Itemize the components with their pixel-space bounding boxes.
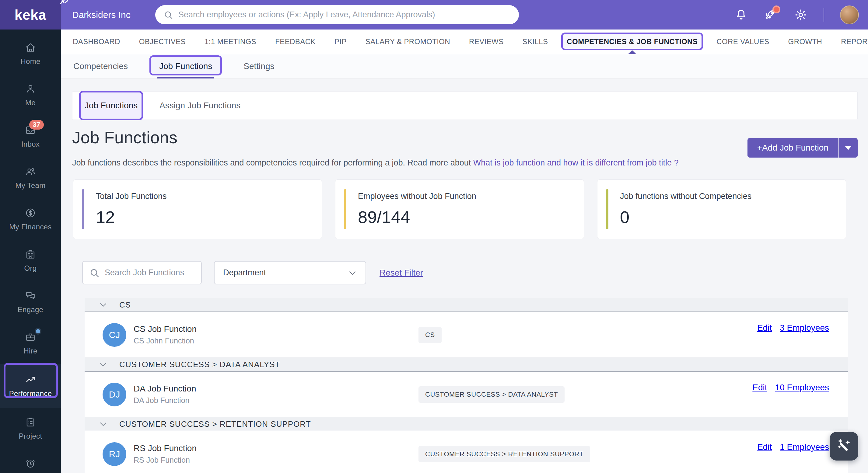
user-avatar[interactable] xyxy=(840,5,859,24)
filter-bar: Search Job Functions Department Reset Fi… xyxy=(82,261,423,284)
employees-link[interactable]: 1 Employees xyxy=(780,442,829,452)
nav-tab-competencies-job-functions[interactable]: COMPETENCIES & JOB FUNCTIONS xyxy=(566,35,698,48)
inbox-count-badge: 37 xyxy=(29,120,44,130)
company-name[interactable]: Darksiders Inc xyxy=(72,10,130,20)
nav-tab-dashboard[interactable]: DASHBOARD xyxy=(72,35,121,48)
sub-tab-settings[interactable]: Settings xyxy=(242,58,275,74)
job-function-title[interactable]: CS Job Function xyxy=(134,324,196,334)
app-root: keka Darksiders Inc Search employees or … xyxy=(0,0,868,473)
nav-tab-label: COMPETENCIES & JOB FUNCTIONS xyxy=(567,37,698,46)
nav-tab-label: 1:1 MEETINGS xyxy=(205,37,256,46)
department-filter-select[interactable]: Department xyxy=(214,261,366,284)
job-functions-table: CS CJ CS Job Function CS John Function C… xyxy=(85,298,848,473)
sidebar-item-performance[interactable]: Performance xyxy=(0,364,61,408)
group-header-customer-success-data-analyst[interactable]: CUSTOMER SUCCESS > DATA ANALYST xyxy=(85,358,848,372)
department-tag: CS xyxy=(418,327,442,343)
performance-icon xyxy=(25,374,36,386)
chevron-down-icon xyxy=(99,360,108,369)
sidebar-item-label: Engage xyxy=(18,305,43,314)
performance-nav-tabs: DASHBOARD OBJECTIVES 1:1 MEETINGS FEEDBA… xyxy=(61,30,868,54)
page-description-text: Job functions describes the responsibili… xyxy=(72,158,471,167)
sidebar-item-label: Home xyxy=(21,57,40,66)
search-icon xyxy=(89,267,100,278)
inner-tab-job-functions[interactable]: Job Functions xyxy=(80,92,143,120)
settings-gear-icon[interactable] xyxy=(794,8,808,22)
group-header-customer-success-retention-support[interactable]: CUSTOMER SUCCESS > RETENTION SUPPORT xyxy=(85,417,848,431)
add-job-function-split-button: +Add Job Function xyxy=(747,138,858,158)
nav-tab-core-values[interactable]: CORE VALUES xyxy=(716,35,770,48)
edit-link[interactable]: Edit xyxy=(757,323,772,333)
search-icon xyxy=(163,10,174,20)
sidebar-item-project[interactable]: Project xyxy=(0,408,61,449)
nav-tab-label: PIP xyxy=(335,37,347,46)
nav-tab-salary-promotion[interactable]: SALARY & PROMOTION xyxy=(365,35,451,48)
sidebar-item-engage[interactable]: Engage xyxy=(0,281,61,323)
keka-logo[interactable]: keka xyxy=(0,0,61,30)
nav-tab-label: SALARY & PROMOTION xyxy=(366,37,450,46)
nav-tab-growth[interactable]: GROWTH xyxy=(788,35,823,48)
sub-tab-competencies[interactable]: Competencies xyxy=(72,58,129,74)
nav-tab-label: GROWTH xyxy=(788,37,823,46)
job-function-subtitle: RS Job Function xyxy=(134,455,196,465)
job-function-subtitle: CS John Function xyxy=(134,336,196,345)
sidebar-item-home[interactable]: Home xyxy=(0,33,61,74)
sidebar-item-time-attend[interactable]: Time Attend xyxy=(0,449,61,473)
group-header-cs[interactable]: CS xyxy=(85,298,848,312)
team-icon xyxy=(25,166,36,178)
main-sidebar: Home Me 37 Inbox My Team My F xyxy=(0,30,61,473)
sub-tab-job-functions[interactable]: Job Functions xyxy=(158,58,213,74)
nav-tab-1-1-meetings[interactable]: 1:1 MEETINGS xyxy=(204,35,257,48)
employees-link[interactable]: 10 Employees xyxy=(775,383,829,393)
sidebar-item-hire[interactable]: Hire xyxy=(0,323,61,364)
sidebar-item-label: My Finances xyxy=(9,223,52,231)
job-function-title[interactable]: DA Job Function xyxy=(134,384,196,394)
nav-tab-skills[interactable]: SKILLS xyxy=(522,35,549,48)
global-search-input[interactable]: Search employees or actions (Ex: Apply L… xyxy=(155,5,519,24)
nav-tab-label: REPORTS xyxy=(841,37,868,46)
job-function-help-link[interactable]: What is job function and how it is diffe… xyxy=(473,158,679,167)
nav-tab-reports[interactable]: REPORTS xyxy=(840,35,868,48)
stat-card-employees-without-job-function: Employees without Job Function 89/144 xyxy=(335,179,584,239)
row-rs-job-function: RJ RS Job Function RS Job Function CUSTO… xyxy=(85,431,848,473)
header-divider xyxy=(824,8,824,22)
top-header-bar: Darksiders Inc Search employees or actio… xyxy=(61,0,868,30)
whats-new-rocket-icon[interactable] xyxy=(764,8,778,22)
nav-tab-label: CORE VALUES xyxy=(716,37,769,46)
reset-filter-link[interactable]: Reset Filter xyxy=(379,268,423,278)
nav-tab-objectives[interactable]: OBJECTIVES xyxy=(138,35,186,48)
search-job-functions-input[interactable]: Search Job Functions xyxy=(82,261,202,284)
add-job-function-button[interactable]: +Add Job Function xyxy=(747,138,838,158)
employees-link[interactable]: 3 Employees xyxy=(780,323,829,333)
nav-tab-reviews[interactable]: REVIEWS xyxy=(468,35,504,48)
sidebar-item-me[interactable]: Me xyxy=(0,74,61,116)
rocket-notification-badge xyxy=(772,5,780,13)
sidebar-item-label: My Team xyxy=(15,181,45,190)
sidebar-item-inbox[interactable]: 37 Inbox xyxy=(0,116,61,157)
department-filter-value: Department xyxy=(223,268,266,277)
inner-tab-label: Assign Job Functions xyxy=(159,101,241,110)
nav-tab-label: DASHBOARD xyxy=(73,37,120,46)
sidebar-item-label: Inbox xyxy=(21,140,39,148)
magic-wand-fab[interactable] xyxy=(830,432,858,461)
add-job-function-dropdown-toggle[interactable] xyxy=(839,138,858,158)
sidebar-item-org[interactable]: Org xyxy=(0,240,61,281)
sub-tab-label: Settings xyxy=(244,62,274,71)
page-description: Job functions describes the responsibili… xyxy=(72,158,679,168)
sidebar-item-my-team[interactable]: My Team xyxy=(0,157,61,199)
department-tag: CUSTOMER SUCCESS > RETENTION SUPPORT xyxy=(418,446,590,462)
nav-tab-label: OBJECTIVES xyxy=(139,37,186,46)
job-function-title[interactable]: RS Job Function xyxy=(134,443,196,453)
edit-link[interactable]: Edit xyxy=(752,383,767,393)
sidebar-item-label: Project xyxy=(19,432,42,440)
stat-card-job-functions-without-competencies: Job functions without Competencies 0 xyxy=(597,179,846,239)
nav-tab-feedback[interactable]: FEEDBACK xyxy=(275,35,316,48)
stat-value: 12 xyxy=(96,207,167,227)
inner-tab-assign-job-functions[interactable]: Assign Job Functions xyxy=(159,92,241,120)
nav-tab-pip[interactable]: PIP xyxy=(334,35,347,48)
chevron-down-icon xyxy=(348,268,357,277)
inner-tab-label: Job Functions xyxy=(85,101,137,110)
sidebar-item-my-finances[interactable]: My Finances xyxy=(0,199,61,240)
stat-accent-bar xyxy=(606,189,609,229)
edit-link[interactable]: Edit xyxy=(757,442,772,452)
notifications-bell-icon[interactable] xyxy=(734,8,748,22)
